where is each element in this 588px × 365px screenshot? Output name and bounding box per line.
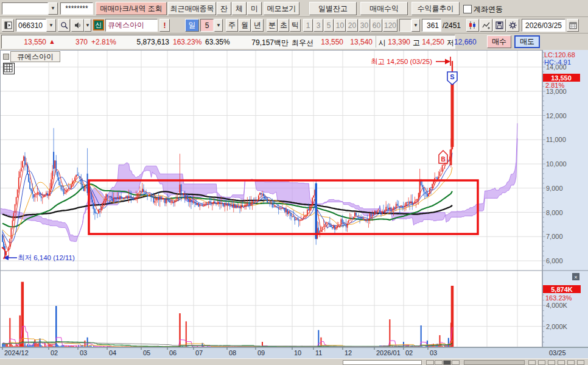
high-price: 14,250 xyxy=(419,38,444,46)
current-pct-label: 2.81% xyxy=(545,82,564,89)
settings-button[interactable] xyxy=(506,19,519,32)
bottom-toolbar-button[interactable] xyxy=(426,360,434,365)
minute-120-button[interactable]: 120 xyxy=(383,19,397,32)
calendar-button[interactable] xyxy=(567,19,579,32)
up-arrow-icon: ▲ xyxy=(49,38,55,45)
period-year-button[interactable]: 년 xyxy=(251,19,264,32)
stock-code-input[interactable] xyxy=(16,19,46,32)
buy-marker-letter: B xyxy=(441,156,445,163)
daily-balance-button[interactable]: 일별잔고 xyxy=(309,2,357,15)
minute-60-button[interactable]: 60 xyxy=(371,19,382,32)
bottom-slider[interactable] xyxy=(464,360,525,365)
period-month-button[interactable]: 월 xyxy=(239,19,251,32)
price-change: 370 xyxy=(62,38,88,46)
account-combo[interactable] xyxy=(2,2,48,15)
bar-count-input[interactable] xyxy=(422,19,441,32)
best-quote-label: 최우선 xyxy=(292,38,313,48)
chart-tab-marker[interactable] xyxy=(3,54,9,60)
account-link-checkbox[interactable] xyxy=(463,5,472,13)
period-day-button[interactable]: 일 xyxy=(185,19,199,32)
best-ask: 13,550 xyxy=(317,38,343,46)
period-minute-button[interactable]: 분 xyxy=(267,19,278,32)
chart-tab[interactable]: 큐에스아이 xyxy=(10,51,60,62)
period-second-button[interactable]: 초 xyxy=(278,19,289,32)
new-listing-badge: 신 xyxy=(93,19,104,30)
grid-tool-button[interactable] xyxy=(3,63,15,74)
bottom-combo[interactable] xyxy=(343,360,422,365)
low-label: 저 xyxy=(447,38,454,48)
bottom-toolbar-button[interactable] xyxy=(435,360,443,365)
last-date-label: 03/25 xyxy=(549,349,566,356)
search-button[interactable] xyxy=(58,19,70,32)
minute-20-button[interactable]: 20 xyxy=(346,19,358,32)
balance-button[interactable]: 잔 xyxy=(217,2,231,15)
minute-3-button[interactable]: 3 xyxy=(313,19,323,32)
empty-combo-arrow[interactable]: ▼ xyxy=(411,19,420,32)
minute-1-button[interactable]: 1 xyxy=(303,19,313,32)
current-price: 13,550 xyxy=(6,38,46,46)
bottom-toolbar-button[interactable] xyxy=(443,360,451,365)
svg-text:13,550: 13,550 xyxy=(551,74,572,82)
recent-trades-button[interactable]: 최근매매종목 xyxy=(168,2,216,15)
svg-text:06: 06 xyxy=(169,349,177,356)
return-trend-button[interactable]: 수익률추이 xyxy=(411,2,460,15)
top-toolbar: ▼ 매매마크/내역 조회 최근매매종목 잔 체 미 메모보기 일별잔고 매매수익… xyxy=(0,0,588,17)
hc-label: HC:-4.91 xyxy=(544,58,571,66)
low-price: 12,660 xyxy=(454,38,477,46)
svg-text:04: 04 xyxy=(109,349,116,356)
search-icon xyxy=(60,21,68,29)
sell-button[interactable]: 매도 xyxy=(514,35,540,48)
bottom-toolbar xyxy=(0,358,588,365)
account-combo-arrow[interactable]: ▼ xyxy=(48,2,58,15)
period-week-button[interactable]: 주 xyxy=(226,19,238,32)
minute-30-button[interactable]: 30 xyxy=(359,19,370,32)
line-style-button[interactable] xyxy=(480,19,492,32)
period-count-arrow[interactable]: ▼ xyxy=(214,19,223,32)
candle-chart-icon xyxy=(469,21,477,29)
trade-mark-history-button[interactable]: 매매마크/내역 조회 xyxy=(96,2,167,15)
dock-icon xyxy=(4,21,12,29)
dock-button[interactable] xyxy=(2,19,14,32)
bottom-toolbar-button[interactable] xyxy=(548,360,555,365)
speaker-icon xyxy=(74,21,82,29)
filled-button[interactable]: 체 xyxy=(232,2,247,15)
chart-canvas[interactable]: 14,00013,00012,00011,00010,0009,0008,000… xyxy=(0,50,588,358)
divider xyxy=(376,36,376,48)
bottom-toolbar-button[interactable] xyxy=(528,360,536,365)
svg-text:2,000K: 2,000K xyxy=(546,323,568,330)
chevron-down-icon: ▼ xyxy=(413,23,418,28)
bottom-toolbar-button[interactable] xyxy=(577,360,584,365)
save-button[interactable] xyxy=(493,19,506,32)
password-field[interactable] xyxy=(60,2,93,15)
stock-code-arrow[interactable]: ▼ xyxy=(46,19,56,32)
date-input[interactable] xyxy=(522,19,565,32)
bottom-toolbar-button[interactable] xyxy=(567,360,575,365)
chevron-down-icon: ▼ xyxy=(216,23,221,28)
unfilled-button[interactable]: 미 xyxy=(247,2,262,15)
memo-button[interactable]: 메모보기 xyxy=(264,2,299,15)
svg-text:6,000: 6,000 xyxy=(546,257,563,264)
trading-app-window: { "toolbar_top": { "account_value": "", … xyxy=(0,0,588,365)
sound-button[interactable] xyxy=(71,19,84,32)
svg-text:07: 07 xyxy=(195,349,203,356)
period-count-field[interactable] xyxy=(200,19,214,32)
bottom-toolbar-button[interactable] xyxy=(538,360,545,365)
period-tick-button[interactable]: 틱 xyxy=(290,19,301,32)
minute-5-button[interactable]: 5 xyxy=(324,19,334,32)
empty-combo[interactable] xyxy=(399,19,411,32)
chevron-down-icon: ▼ xyxy=(85,23,90,28)
volume-ratio: 163.23% xyxy=(173,38,201,46)
bottom-toolbar-button[interactable] xyxy=(452,360,460,365)
buy-button[interactable]: 매수 xyxy=(487,35,511,48)
trade-profit-button[interactable]: 매매수익 xyxy=(360,2,408,15)
minute-10-button[interactable]: 10 xyxy=(334,19,346,32)
trade-amount: 79,157백만 xyxy=(241,38,289,48)
svg-text:5,874K: 5,874K xyxy=(551,286,573,293)
volume-pane-close-button[interactable]: × xyxy=(572,273,579,280)
alert-button[interactable]: ! xyxy=(159,19,170,32)
quote-info-bar: 13,550 ▲ 370 +2.81% 5,873,613 163.23% 63… xyxy=(0,34,588,50)
sound-arrow[interactable]: ▼ xyxy=(84,19,91,32)
stock-name-field[interactable] xyxy=(105,19,158,32)
bottom-toolbar-button[interactable] xyxy=(558,360,565,365)
candle-style-button[interactable] xyxy=(466,19,479,32)
